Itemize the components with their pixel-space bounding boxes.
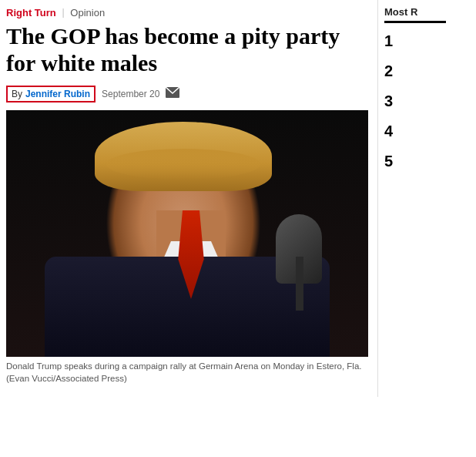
most-read-list: 1 2 3 4 5 bbox=[384, 32, 470, 170]
breadcrumb-opinion: Opinion bbox=[70, 7, 105, 18]
byline-by-label: By bbox=[12, 89, 22, 99]
list-number-3: 3 bbox=[384, 92, 398, 110]
article-image bbox=[6, 110, 368, 357]
byline-box: By Jennifer Rubin bbox=[6, 86, 96, 102]
list-number-2: 2 bbox=[384, 62, 398, 80]
list-number-5: 5 bbox=[384, 153, 398, 170]
byline-row: By Jennifer Rubin September 20 bbox=[6, 86, 368, 102]
author-link[interactable]: Jennifer Rubin bbox=[25, 89, 90, 99]
list-item: 4 bbox=[384, 123, 470, 140]
article-title: The GOP has become a pity party for whit… bbox=[6, 23, 368, 76]
article-date: September 20 bbox=[102, 89, 159, 99]
email-icon bbox=[166, 87, 179, 98]
image-caption: Donald Trump speaks during a campaign ra… bbox=[6, 360, 368, 385]
breadcrumb-right-turn-link[interactable]: Right Turn bbox=[6, 7, 56, 18]
breadcrumb-divider: | bbox=[62, 6, 65, 18]
list-item: 3 bbox=[384, 92, 470, 110]
right-sidebar: Most R 1 2 3 4 5 bbox=[377, 0, 476, 397]
list-number-4: 4 bbox=[384, 123, 398, 140]
list-item: 1 bbox=[384, 32, 470, 50]
breadcrumb: Right Turn | Opinion bbox=[6, 6, 368, 18]
list-item: 5 bbox=[384, 153, 470, 170]
list-item: 2 bbox=[384, 62, 470, 80]
list-number-1: 1 bbox=[384, 32, 398, 50]
email-button[interactable] bbox=[166, 87, 179, 101]
article-image-wrapper: Donald Trump speaks during a campaign ra… bbox=[6, 110, 368, 385]
most-read-label: Most R bbox=[384, 6, 446, 23]
